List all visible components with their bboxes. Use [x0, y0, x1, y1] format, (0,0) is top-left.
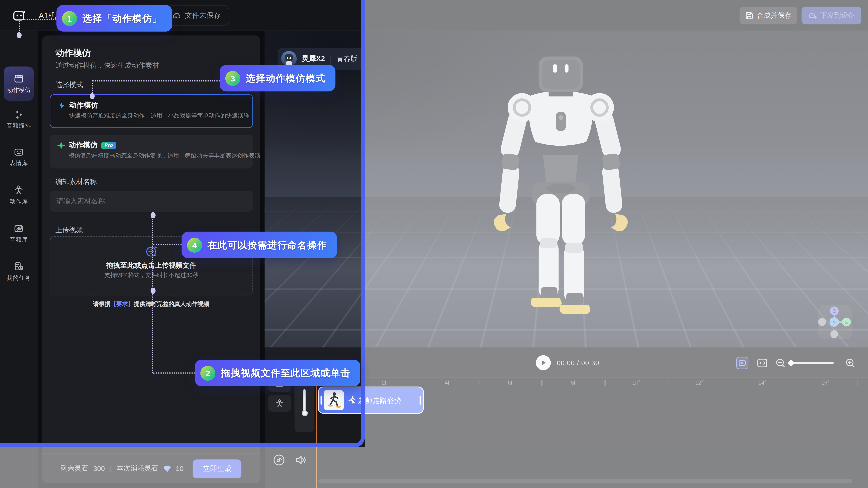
step-number: 3 — [225, 71, 240, 86]
step-text: 在此可以按需进行命名操作 — [208, 238, 327, 251]
dim-overlay-right — [365, 0, 868, 488]
step-number: 4 — [187, 237, 202, 252]
connector-step4 — [153, 244, 182, 245]
tutorial-step-2: 2 拖拽视频文件至此区域或单击 — [195, 360, 361, 386]
step-text: 选择「动作模仿」 — [83, 12, 162, 25]
app-window: A1机器人 文件未保存 合成并保存 下发到设备 — [0, 0, 868, 488]
connector-dot-upload — [151, 288, 156, 294]
connector-step1-v — [19, 19, 20, 33]
connector-step1 — [20, 19, 57, 20]
connector-dot-step4 — [151, 212, 156, 218]
connector-step3 — [93, 80, 220, 82]
step-number: 2 — [200, 366, 215, 380]
tutorial-step-1: 1 选择「动作模仿」 — [56, 5, 172, 31]
tutorial-step-3: 3 选择动作模仿模式 — [220, 65, 336, 91]
step-text: 选择动作模仿模式 — [246, 72, 326, 85]
dim-overlay-bottom — [0, 447, 365, 488]
connector-step4-v — [152, 217, 153, 373]
step-number: 1 — [62, 11, 77, 26]
connector-dot-step3 — [90, 93, 95, 99]
step-text: 拖拽视频文件至此区域或单击 — [221, 367, 350, 379]
connector-dot-step1 — [17, 32, 22, 38]
tutorial-step-4: 4 在此可以按需进行命名操作 — [182, 232, 337, 258]
connector-step2 — [153, 373, 195, 374]
